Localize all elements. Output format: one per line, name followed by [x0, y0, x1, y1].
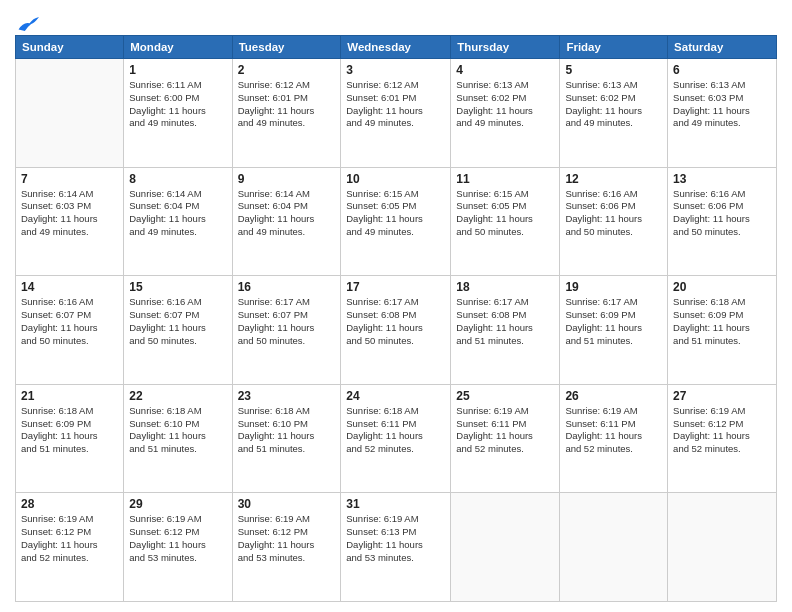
calendar-cell: 16Sunrise: 6:17 AM Sunset: 6:07 PM Dayli…	[232, 276, 341, 385]
calendar-cell: 12Sunrise: 6:16 AM Sunset: 6:06 PM Dayli…	[560, 167, 668, 276]
calendar-cell: 14Sunrise: 6:16 AM Sunset: 6:07 PM Dayli…	[16, 276, 124, 385]
calendar-cell: 24Sunrise: 6:18 AM Sunset: 6:11 PM Dayli…	[341, 384, 451, 493]
day-number: 14	[21, 280, 118, 294]
week-row-5: 28Sunrise: 6:19 AM Sunset: 6:12 PM Dayli…	[16, 493, 777, 602]
day-info: Sunrise: 6:14 AM Sunset: 6:04 PM Dayligh…	[129, 188, 226, 239]
calendar-cell: 3Sunrise: 6:12 AM Sunset: 6:01 PM Daylig…	[341, 59, 451, 168]
week-row-2: 7Sunrise: 6:14 AM Sunset: 6:03 PM Daylig…	[16, 167, 777, 276]
day-info: Sunrise: 6:17 AM Sunset: 6:08 PM Dayligh…	[456, 296, 554, 347]
calendar-cell: 23Sunrise: 6:18 AM Sunset: 6:10 PM Dayli…	[232, 384, 341, 493]
day-number: 25	[456, 389, 554, 403]
calendar-cell: 26Sunrise: 6:19 AM Sunset: 6:11 PM Dayli…	[560, 384, 668, 493]
calendar-cell: 11Sunrise: 6:15 AM Sunset: 6:05 PM Dayli…	[451, 167, 560, 276]
day-number: 13	[673, 172, 771, 186]
weekday-header-tuesday: Tuesday	[232, 36, 341, 59]
day-info: Sunrise: 6:18 AM Sunset: 6:11 PM Dayligh…	[346, 405, 445, 456]
day-number: 23	[238, 389, 336, 403]
logo-bird-icon	[17, 15, 39, 33]
day-info: Sunrise: 6:16 AM Sunset: 6:07 PM Dayligh…	[129, 296, 226, 347]
day-info: Sunrise: 6:19 AM Sunset: 6:12 PM Dayligh…	[21, 513, 118, 564]
weekday-header-thursday: Thursday	[451, 36, 560, 59]
calendar-cell: 18Sunrise: 6:17 AM Sunset: 6:08 PM Dayli…	[451, 276, 560, 385]
day-info: Sunrise: 6:14 AM Sunset: 6:03 PM Dayligh…	[21, 188, 118, 239]
calendar-cell: 4Sunrise: 6:13 AM Sunset: 6:02 PM Daylig…	[451, 59, 560, 168]
day-number: 9	[238, 172, 336, 186]
day-number: 18	[456, 280, 554, 294]
day-number: 29	[129, 497, 226, 511]
day-info: Sunrise: 6:18 AM Sunset: 6:09 PM Dayligh…	[673, 296, 771, 347]
day-info: Sunrise: 6:18 AM Sunset: 6:09 PM Dayligh…	[21, 405, 118, 456]
calendar-cell: 2Sunrise: 6:12 AM Sunset: 6:01 PM Daylig…	[232, 59, 341, 168]
calendar-cell: 31Sunrise: 6:19 AM Sunset: 6:13 PM Dayli…	[341, 493, 451, 602]
day-info: Sunrise: 6:13 AM Sunset: 6:02 PM Dayligh…	[565, 79, 662, 130]
day-info: Sunrise: 6:12 AM Sunset: 6:01 PM Dayligh…	[346, 79, 445, 130]
day-info: Sunrise: 6:18 AM Sunset: 6:10 PM Dayligh…	[129, 405, 226, 456]
calendar-cell: 1Sunrise: 6:11 AM Sunset: 6:00 PM Daylig…	[124, 59, 232, 168]
calendar-cell	[16, 59, 124, 168]
day-info: Sunrise: 6:16 AM Sunset: 6:06 PM Dayligh…	[565, 188, 662, 239]
day-number: 28	[21, 497, 118, 511]
day-number: 3	[346, 63, 445, 77]
day-info: Sunrise: 6:17 AM Sunset: 6:08 PM Dayligh…	[346, 296, 445, 347]
day-number: 8	[129, 172, 226, 186]
week-row-3: 14Sunrise: 6:16 AM Sunset: 6:07 PM Dayli…	[16, 276, 777, 385]
day-info: Sunrise: 6:19 AM Sunset: 6:11 PM Dayligh…	[565, 405, 662, 456]
calendar-cell: 10Sunrise: 6:15 AM Sunset: 6:05 PM Dayli…	[341, 167, 451, 276]
day-number: 11	[456, 172, 554, 186]
day-info: Sunrise: 6:16 AM Sunset: 6:06 PM Dayligh…	[673, 188, 771, 239]
calendar-cell: 17Sunrise: 6:17 AM Sunset: 6:08 PM Dayli…	[341, 276, 451, 385]
day-number: 20	[673, 280, 771, 294]
day-info: Sunrise: 6:13 AM Sunset: 6:02 PM Dayligh…	[456, 79, 554, 130]
calendar-cell: 5Sunrise: 6:13 AM Sunset: 6:02 PM Daylig…	[560, 59, 668, 168]
calendar-cell: 27Sunrise: 6:19 AM Sunset: 6:12 PM Dayli…	[668, 384, 777, 493]
weekday-header-friday: Friday	[560, 36, 668, 59]
day-info: Sunrise: 6:19 AM Sunset: 6:13 PM Dayligh…	[346, 513, 445, 564]
week-row-4: 21Sunrise: 6:18 AM Sunset: 6:09 PM Dayli…	[16, 384, 777, 493]
day-number: 17	[346, 280, 445, 294]
calendar-cell: 25Sunrise: 6:19 AM Sunset: 6:11 PM Dayli…	[451, 384, 560, 493]
day-number: 4	[456, 63, 554, 77]
calendar-cell: 15Sunrise: 6:16 AM Sunset: 6:07 PM Dayli…	[124, 276, 232, 385]
day-info: Sunrise: 6:14 AM Sunset: 6:04 PM Dayligh…	[238, 188, 336, 239]
day-number: 2	[238, 63, 336, 77]
day-info: Sunrise: 6:16 AM Sunset: 6:07 PM Dayligh…	[21, 296, 118, 347]
weekday-header-sunday: Sunday	[16, 36, 124, 59]
header	[15, 10, 777, 27]
calendar-cell	[560, 493, 668, 602]
calendar-cell: 8Sunrise: 6:14 AM Sunset: 6:04 PM Daylig…	[124, 167, 232, 276]
day-info: Sunrise: 6:18 AM Sunset: 6:10 PM Dayligh…	[238, 405, 336, 456]
day-info: Sunrise: 6:17 AM Sunset: 6:09 PM Dayligh…	[565, 296, 662, 347]
calendar-cell: 29Sunrise: 6:19 AM Sunset: 6:12 PM Dayli…	[124, 493, 232, 602]
calendar-cell: 22Sunrise: 6:18 AM Sunset: 6:10 PM Dayli…	[124, 384, 232, 493]
day-info: Sunrise: 6:11 AM Sunset: 6:00 PM Dayligh…	[129, 79, 226, 130]
day-number: 30	[238, 497, 336, 511]
calendar-cell: 20Sunrise: 6:18 AM Sunset: 6:09 PM Dayli…	[668, 276, 777, 385]
logo	[15, 10, 39, 27]
week-row-1: 1Sunrise: 6:11 AM Sunset: 6:00 PM Daylig…	[16, 59, 777, 168]
day-number: 27	[673, 389, 771, 403]
calendar-cell: 19Sunrise: 6:17 AM Sunset: 6:09 PM Dayli…	[560, 276, 668, 385]
day-number: 16	[238, 280, 336, 294]
day-number: 19	[565, 280, 662, 294]
logo-name	[15, 15, 39, 33]
day-info: Sunrise: 6:19 AM Sunset: 6:12 PM Dayligh…	[673, 405, 771, 456]
day-number: 24	[346, 389, 445, 403]
day-info: Sunrise: 6:19 AM Sunset: 6:12 PM Dayligh…	[129, 513, 226, 564]
calendar-cell: 9Sunrise: 6:14 AM Sunset: 6:04 PM Daylig…	[232, 167, 341, 276]
day-info: Sunrise: 6:15 AM Sunset: 6:05 PM Dayligh…	[456, 188, 554, 239]
day-number: 6	[673, 63, 771, 77]
day-info: Sunrise: 6:15 AM Sunset: 6:05 PM Dayligh…	[346, 188, 445, 239]
day-number: 12	[565, 172, 662, 186]
day-info: Sunrise: 6:12 AM Sunset: 6:01 PM Dayligh…	[238, 79, 336, 130]
weekday-header-monday: Monday	[124, 36, 232, 59]
calendar-body: 1Sunrise: 6:11 AM Sunset: 6:00 PM Daylig…	[16, 59, 777, 602]
day-number: 10	[346, 172, 445, 186]
calendar-cell: 28Sunrise: 6:19 AM Sunset: 6:12 PM Dayli…	[16, 493, 124, 602]
day-number: 1	[129, 63, 226, 77]
day-number: 15	[129, 280, 226, 294]
day-number: 26	[565, 389, 662, 403]
day-number: 31	[346, 497, 445, 511]
day-info: Sunrise: 6:13 AM Sunset: 6:03 PM Dayligh…	[673, 79, 771, 130]
weekday-header-saturday: Saturday	[668, 36, 777, 59]
day-number: 21	[21, 389, 118, 403]
